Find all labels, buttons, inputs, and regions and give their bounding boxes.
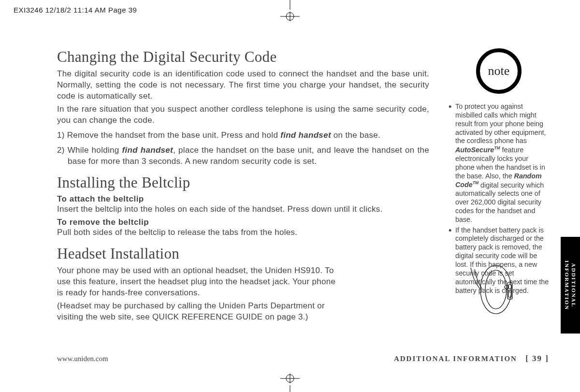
- section-tab: ADDITIONALINFORMATION: [561, 237, 580, 334]
- footer-section: ADDITIONAL INFORMATION [ 39 ]: [394, 354, 549, 363]
- paragraph: The digital security code is an identifi…: [57, 69, 429, 102]
- crop-info: EXI3246 12/18/2 11:14 AM Page 39: [14, 6, 137, 14]
- section-heading: Installing the Beltclip: [57, 174, 429, 191]
- note-sidebar: note To protect you against misbilled ca…: [449, 48, 549, 297]
- note-icon: note: [449, 48, 549, 94]
- step-item: 2) While holding find handset, place the…: [57, 145, 429, 167]
- note-bullet: To protect you against misbilled calls w…: [449, 102, 549, 224]
- note-bullet: If the handset battery pack is completel…: [449, 226, 549, 295]
- paragraph: Your phone may be used with an optional …: [57, 265, 337, 299]
- footer-url: www.uniden.com: [57, 355, 108, 363]
- paragraph: In the rare situation that you suspect a…: [57, 104, 429, 126]
- crop-mark-bottom: [276, 372, 304, 392]
- main-content: Changing the Digital Security Code The d…: [57, 48, 429, 325]
- step-item: 1) Remove the handset from the base unit…: [57, 130, 429, 141]
- paragraph: Pull both sides of the beltclip to relea…: [57, 227, 429, 238]
- crop-mark-top: [276, 0, 304, 25]
- sub-heading: To attach the beltclip: [57, 194, 429, 204]
- page-footer: www.uniden.com ADDITIONAL INFORMATION [ …: [57, 354, 549, 363]
- section-heading: Headset Installation: [57, 245, 429, 262]
- paragraph: (Headset may be purchased by calling the…: [57, 301, 337, 323]
- sub-heading: To remove the beltclip: [57, 218, 429, 227]
- paragraph: Insert the beltclip into the holes on ea…: [57, 204, 429, 215]
- section-heading: Changing the Digital Security Code: [57, 48, 429, 66]
